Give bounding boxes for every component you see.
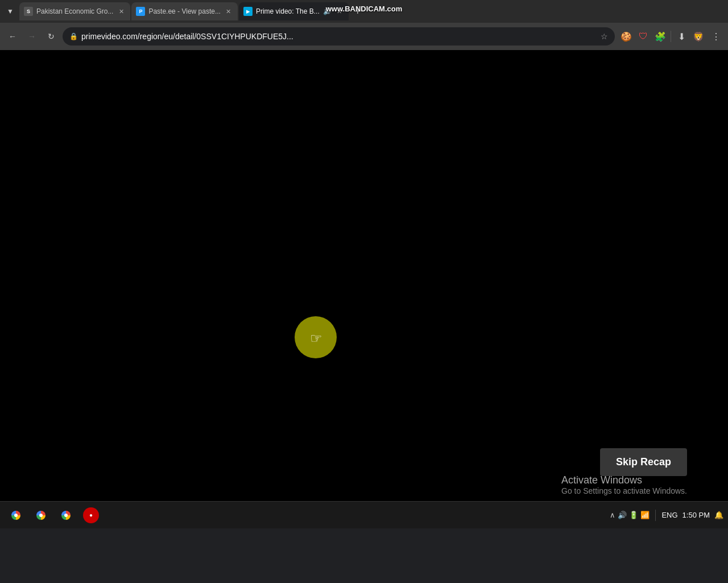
taskbar-chrome3[interactable]: [55, 504, 77, 527]
browser-chrome: www.BANDICAM.com ▼ S Pakistan Economic G…: [0, 0, 728, 50]
toolbar-separator: [671, 31, 671, 42]
menu-dots-icon: ⋮: [712, 31, 720, 42]
battery-icon[interactable]: 🔋: [629, 511, 638, 519]
record-icon: ●: [83, 507, 99, 523]
menu-button[interactable]: ⋮: [708, 28, 723, 44]
taskbar-clock[interactable]: 1:50 PM: [682, 511, 710, 519]
tab2-favicon: P: [136, 7, 145, 16]
tab-primevideo[interactable]: ▶ Prime video: The B... 🔊 ✕: [239, 2, 349, 20]
browser-extensions: 🍪 🛡 🧩 ⬇ 🦁 ⋮: [618, 28, 723, 44]
wifi-icon[interactable]: 📶: [640, 511, 650, 519]
notification-icon[interactable]: 🔔: [714, 511, 723, 519]
chrome3-favicon: [61, 511, 71, 520]
tab2-title: Paste.ee - View paste...: [148, 7, 221, 15]
tab3-audio-icon: 🔊: [323, 7, 332, 15]
tab3-close-button[interactable]: ✕: [335, 7, 344, 16]
cookie-extension-button[interactable]: 🍪: [618, 28, 634, 44]
activate-windows-watermark: Activate Windows Go to Settings to activ…: [561, 474, 687, 495]
taskbar-record-button[interactable]: ●: [80, 504, 102, 527]
forward-button[interactable]: →: [24, 28, 40, 44]
tab2-close-button[interactable]: ✕: [224, 7, 233, 16]
download-icon: ⬇: [678, 31, 685, 42]
brave-extension-button[interactable]: 🦁: [690, 28, 706, 44]
address-text: primevideo.com/region/eu/detail/0SSV1CIY…: [81, 32, 597, 41]
new-tab-button[interactable]: +: [350, 3, 366, 19]
privacy-extension-button[interactable]: 🛡: [635, 28, 651, 44]
taskbar-right: ∧ 🔊 🔋 📶 ENG 1:50 PM 🔔: [610, 510, 723, 521]
speaker-icon[interactable]: 🔊: [618, 511, 627, 519]
puzzle-icon: 🧩: [655, 31, 666, 42]
loading-cursor: ☞: [295, 316, 337, 358]
taskbar: ● ∧ 🔊 🔋 📶 ENG 1:50 PM 🔔: [0, 501, 728, 528]
tab1-title: Pakistan Economic Gro...: [36, 7, 113, 15]
activate-windows-title: Activate Windows: [561, 474, 687, 486]
video-player[interactable]: ☞ Skip Recap Activate Windows Go to Sett…: [0, 50, 728, 501]
brave-icon: 🦁: [693, 31, 704, 42]
activate-windows-subtitle: Go to Settings to activate Windows.: [561, 486, 687, 495]
extension-button[interactable]: 🧩: [652, 28, 668, 44]
tray-separator: [655, 510, 656, 521]
address-bar: ← → ↻ 🔒 primevideo.com/region/eu/detail/…: [0, 23, 728, 50]
tab1-close-button[interactable]: ✕: [117, 7, 126, 16]
tab3-favicon: ▶: [243, 7, 253, 16]
chevron-up-icon[interactable]: ∧: [610, 511, 615, 519]
back-button[interactable]: ←: [5, 28, 20, 44]
tab-dropdown-button[interactable]: ▼: [2, 3, 18, 19]
system-tray: ∧ 🔊 🔋 📶: [610, 511, 650, 519]
chrome1-favicon: [11, 511, 20, 520]
taskbar-chrome1[interactable]: [5, 504, 27, 527]
tab-pakistan[interactable]: S Pakistan Economic Gro... ✕: [19, 2, 130, 20]
address-input[interactable]: 🔒 primevideo.com/region/eu/detail/0SSV1C…: [63, 27, 615, 46]
cookie-icon: 🍪: [621, 31, 632, 42]
reload-button[interactable]: ↻: [43, 28, 59, 44]
tab-bar: ▼ S Pakistan Economic Gro... ✕ P Paste.e…: [0, 0, 728, 23]
lock-icon: 🔒: [69, 32, 78, 40]
taskbar-left: ●: [5, 504, 102, 527]
tab-pasteee[interactable]: P Paste.ee - View paste... ✕: [131, 2, 238, 20]
skip-recap-button[interactable]: Skip Recap: [600, 448, 687, 476]
tab3-title: Prime video: The B...: [256, 7, 320, 15]
taskbar-chrome2[interactable]: [30, 504, 52, 527]
hand-icon: ☞: [310, 330, 322, 346]
language-label: ENG: [661, 511, 677, 519]
shield-icon: 🛡: [639, 31, 648, 42]
taskbar-lang[interactable]: ENG: [661, 511, 677, 519]
tab1-favicon: S: [24, 7, 33, 16]
chrome2-favicon: [36, 511, 46, 520]
download-button[interactable]: ⬇: [673, 28, 689, 44]
time-display: 1:50 PM: [682, 511, 710, 519]
bookmark-icon[interactable]: ☆: [601, 32, 608, 41]
